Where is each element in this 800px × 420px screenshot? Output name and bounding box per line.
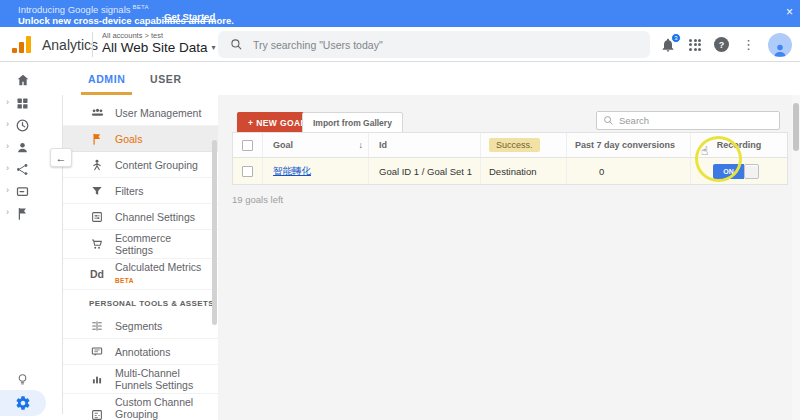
home-icon bbox=[15, 72, 31, 88]
nav-customization[interactable]: › bbox=[0, 94, 62, 116]
nav-realtime[interactable]: › bbox=[0, 116, 62, 138]
column-header-recording[interactable]: Recording bbox=[691, 133, 787, 157]
global-search-input[interactable] bbox=[253, 39, 593, 51]
goals-table: Goal↓ Id Success. Past 7 day conversions… bbox=[232, 132, 788, 185]
row-checkbox[interactable] bbox=[242, 166, 253, 177]
help-icon[interactable]: ? bbox=[714, 37, 729, 52]
success-highlight-chip: Success. bbox=[489, 138, 540, 152]
beta-badge: BETA bbox=[115, 277, 134, 284]
annotation-icon bbox=[89, 345, 105, 359]
sidebar-item-ecommerce-settings[interactable]: Ecommerce Settings bbox=[63, 230, 218, 259]
sidebar-item-annotations[interactable]: Annotations bbox=[63, 339, 218, 365]
close-icon[interactable]: × bbox=[786, 6, 793, 18]
sidebar-item-user-management[interactable]: User Management bbox=[63, 100, 218, 126]
sidebar-item-label: Ecommerce Settings bbox=[115, 232, 210, 256]
goals-search-input[interactable] bbox=[619, 115, 769, 126]
column-header-goal[interactable]: Goal↓ bbox=[263, 133, 369, 157]
chevron-down-icon: ▾ bbox=[212, 43, 216, 52]
channel-settings-icon bbox=[89, 210, 105, 224]
sidebar-item-filters[interactable]: Filters bbox=[63, 178, 218, 204]
nav-insights[interactable] bbox=[0, 370, 62, 392]
sidebar-scrollbar-thumb[interactable] bbox=[212, 140, 217, 325]
expander-icon: › bbox=[6, 185, 9, 195]
property-selector[interactable]: All Web Site Data▾ bbox=[102, 40, 216, 55]
column-header-type[interactable]: Success. bbox=[481, 133, 567, 157]
expander-icon: › bbox=[6, 119, 9, 129]
admin-user-tabstrip: ADMIN USER bbox=[62, 62, 800, 95]
nav-behavior[interactable]: › bbox=[0, 182, 62, 204]
sidebar-item-label: Calculated Metrics BETA bbox=[115, 261, 210, 287]
grouping-icon bbox=[89, 158, 105, 172]
sidebar-item-label: Custom Channel GroupingBETA bbox=[115, 396, 210, 420]
sidebar-item-content-grouping[interactable]: Content Grouping bbox=[63, 152, 218, 178]
recording-toggle[interactable]: ON bbox=[713, 164, 759, 179]
nav-conversions[interactable]: › bbox=[0, 204, 62, 226]
person-icon bbox=[772, 42, 788, 57]
sidebar-item-goals[interactable]: Goals bbox=[63, 126, 218, 152]
label-text: Custom Channel Grouping bbox=[115, 396, 210, 420]
search-icon bbox=[230, 38, 243, 51]
flag-icon bbox=[89, 132, 105, 146]
import-from-gallery-button[interactable]: Import from Gallery bbox=[302, 112, 403, 134]
google-apps-icon[interactable] bbox=[689, 39, 701, 51]
header-checkbox-cell bbox=[233, 133, 263, 157]
lightbulb-icon bbox=[15, 372, 30, 387]
breadcrumb[interactable]: All accounts > test bbox=[102, 31, 163, 40]
behavior-icon bbox=[15, 184, 30, 199]
search-icon bbox=[603, 115, 614, 126]
beta-tag: BETA bbox=[133, 4, 149, 10]
flag-icon bbox=[15, 206, 30, 221]
conversions-cell: 0 bbox=[567, 158, 691, 184]
nav-rail: › › › › › › bbox=[0, 62, 62, 420]
sidebar-item-segments[interactable]: Segments bbox=[63, 313, 218, 339]
tab-admin[interactable]: ADMIN bbox=[88, 62, 125, 95]
expander-icon: › bbox=[6, 163, 9, 173]
nav-home[interactable] bbox=[0, 70, 62, 92]
sidebar-item-label: Multi-Channel Funnels Settings bbox=[115, 367, 210, 391]
funnel-icon bbox=[89, 184, 105, 198]
nav-admin[interactable] bbox=[0, 393, 62, 415]
sidebar-item-calculated-metrics[interactable]: Dd Calculated Metrics BETA bbox=[63, 259, 218, 290]
collapse-sidebar-button[interactable]: ← bbox=[50, 148, 72, 167]
tab-user[interactable]: USER bbox=[150, 62, 182, 95]
goal-link[interactable]: 智能轉化 bbox=[273, 165, 311, 178]
row-checkbox-cell bbox=[233, 158, 263, 184]
get-started-link[interactable]: Get Started bbox=[164, 11, 215, 22]
dd-icon: Dd bbox=[89, 268, 105, 280]
gear-icon bbox=[15, 395, 31, 411]
overflow-menu-icon[interactable]: ⋮ bbox=[742, 38, 755, 51]
acquisition-icon bbox=[15, 162, 30, 177]
sidebar-item-multi-channel-funnels[interactable]: Multi-Channel Funnels Settings bbox=[63, 365, 218, 394]
notification-badge: 3 bbox=[671, 33, 681, 43]
recording-cell: ON bbox=[691, 158, 787, 184]
page-scrollbar-thumb[interactable] bbox=[793, 103, 799, 151]
banner-title-text: Introducing Google signals bbox=[18, 4, 131, 15]
admin-sidebar: User Management Goals Content Grouping F… bbox=[63, 95, 218, 420]
sidebar-item-label: Annotations bbox=[115, 346, 170, 358]
goal-type-cell: Destination bbox=[481, 158, 567, 184]
header-actions: 3 ? ⋮ bbox=[660, 27, 792, 62]
column-header-id[interactable]: Id bbox=[369, 133, 481, 157]
column-header-conversions[interactable]: Past 7 day conversions bbox=[567, 133, 691, 157]
goals-search-box[interactable] bbox=[596, 111, 780, 130]
sidebar-section-header: PERSONAL TOOLS & ASSETS bbox=[63, 290, 218, 313]
global-search-bar[interactable] bbox=[218, 31, 650, 58]
table-header-row: Goal↓ Id Success. Past 7 day conversions… bbox=[233, 133, 787, 158]
users-icon bbox=[89, 105, 105, 120]
analytics-logo-icon bbox=[12, 34, 36, 54]
cart-icon bbox=[89, 237, 105, 251]
sidebar-item-custom-channel-grouping[interactable]: Custom Channel GroupingBETA bbox=[63, 394, 218, 420]
ga-admin-page: Introducing Google signalsBETA Unlock ne… bbox=[0, 0, 800, 420]
toggle-knob bbox=[744, 164, 759, 179]
goal-name-cell: 智能轉化 bbox=[263, 158, 369, 184]
goals-remaining-note: 19 goals left bbox=[232, 194, 283, 205]
notifications-bell-icon[interactable]: 3 bbox=[660, 37, 676, 53]
column-label: Goal bbox=[273, 140, 293, 150]
toggle-on-label: ON bbox=[713, 164, 744, 179]
property-name: All Web Site Data bbox=[102, 40, 208, 55]
sidebar-item-channel-settings[interactable]: Channel Settings bbox=[63, 204, 218, 230]
sidebar-item-label: Goals bbox=[115, 133, 142, 145]
avatar[interactable] bbox=[768, 33, 792, 57]
customization-icon bbox=[15, 96, 30, 111]
select-all-checkbox[interactable] bbox=[242, 140, 253, 151]
